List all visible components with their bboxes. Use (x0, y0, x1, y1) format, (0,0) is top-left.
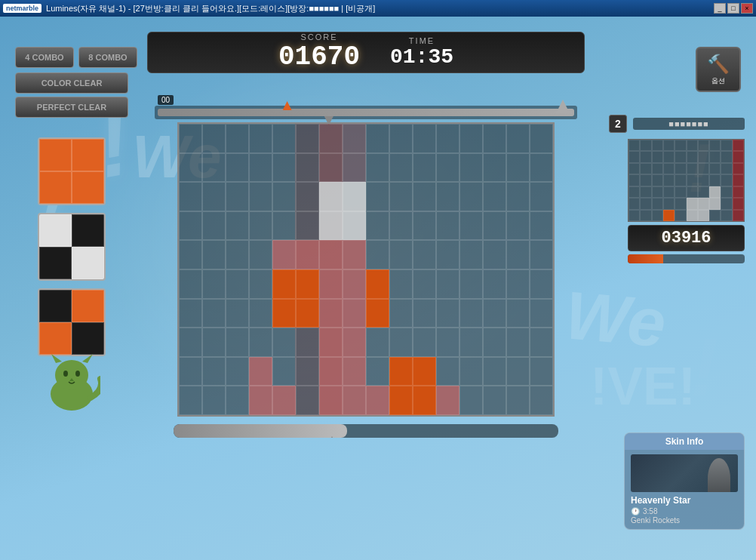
grid-cell (296, 124, 319, 153)
grid-cell (436, 211, 459, 241)
grid-cell (319, 357, 343, 386)
titlebar-logo: netmarble (3, 4, 41, 13)
grid-cell (366, 240, 389, 269)
titlebar-controls[interactable]: _ □ × (714, 3, 753, 14)
grid-cell (413, 153, 436, 183)
grid-cell (413, 182, 436, 211)
mini-grid-cell (687, 210, 698, 221)
cat-mascot (44, 352, 100, 413)
mini-grid-cell (687, 198, 698, 209)
mini-grid-cell (663, 140, 675, 151)
mini-grid-cell (733, 163, 744, 174)
grid-cell (530, 211, 553, 241)
piece-cell (72, 139, 104, 171)
mini-grid-cell (687, 140, 698, 151)
mini-grid-cell (709, 186, 721, 198)
mini-grid-cell (628, 163, 640, 174)
mini-grid-cell (709, 210, 721, 221)
grid-cell (272, 153, 296, 183)
mini-grid-cell (675, 163, 686, 174)
game-grid-container[interactable] (177, 122, 555, 417)
mini-grid-cell (675, 198, 686, 209)
grid-cell (459, 211, 483, 241)
grid-cell (226, 211, 249, 241)
grid-cell (366, 153, 389, 183)
grid-cell (506, 240, 530, 269)
grid-cell (436, 386, 459, 415)
grid-cell (179, 357, 202, 386)
grid-cell (389, 328, 413, 357)
piece-previews (38, 137, 106, 356)
mini-grid-cell (640, 210, 651, 221)
piece-cell (39, 171, 72, 204)
mini-grid-cell (733, 210, 744, 221)
grid-cell (530, 299, 553, 328)
progress-bar-container (174, 424, 558, 438)
grid-cell (413, 240, 436, 269)
grid-cell (202, 386, 226, 415)
mini-grid-cell (675, 140, 686, 151)
mini-grid-cell (698, 198, 709, 209)
skin-duration-value: 3:58 (643, 507, 657, 515)
mini-grid-cell (640, 174, 651, 186)
grid-cell (249, 386, 272, 415)
combo4-button[interactable]: 4 COMBO (15, 47, 74, 68)
grid-cell (530, 240, 553, 269)
grid-cell (296, 269, 319, 299)
grid-cell (319, 240, 343, 269)
minimize-button[interactable]: _ (714, 3, 726, 14)
next-piece-2-preview (38, 288, 106, 356)
grid-cell (530, 182, 553, 211)
grid-cell (483, 153, 506, 183)
mini-grid-cell (698, 186, 709, 198)
options-button[interactable]: 🔨 옵션 (696, 47, 741, 92)
grid-cell (530, 328, 553, 357)
grid-cell (530, 153, 553, 183)
svg-point-5 (75, 371, 80, 377)
grid-cell (413, 386, 436, 415)
piece-cell (39, 322, 72, 355)
clock-icon: 🕐 (631, 507, 640, 515)
close-button[interactable]: × (741, 3, 753, 14)
piece-cell (39, 290, 72, 322)
grid-cell (179, 299, 202, 328)
skin-info-panel: Skin Info Heavenly Star 🕐 3:58 Genki Roc… (624, 432, 745, 530)
mini-grid-cell (721, 186, 732, 198)
progress-bar (174, 424, 347, 438)
perfect-clear-button[interactable]: PERFECT CLEAR (15, 97, 128, 118)
grid-cell (366, 386, 389, 415)
options-label: 옵션 (711, 76, 725, 86)
mini-grid-cell (687, 163, 698, 174)
grid-cell (249, 357, 272, 386)
grid-cell (436, 328, 459, 357)
grid-cell (272, 124, 296, 153)
player2-header: 2 ■■■■■■■ (609, 115, 745, 133)
grid-cell (343, 182, 366, 211)
piece-cell (39, 247, 72, 279)
grid-cell (296, 386, 319, 415)
mini-grid-cell (663, 174, 675, 186)
grid-cell (530, 386, 553, 415)
grid-cell (296, 211, 319, 241)
grid-cell (179, 153, 202, 183)
score-label: SCORE (278, 32, 360, 42)
grid-cell (272, 182, 296, 211)
grid-cell (389, 269, 413, 299)
grid-cell (296, 182, 319, 211)
progress-marker-2 (327, 436, 337, 438)
mini-grid-cell (698, 163, 709, 174)
color-clear-button[interactable]: COLOR CLEAR (15, 72, 128, 94)
mini-grid-cell (733, 151, 744, 162)
mini-grid-cell (687, 174, 698, 186)
mini-grid-cell (698, 174, 709, 186)
maximize-button[interactable]: □ (727, 3, 739, 14)
mini-grid-cell (663, 186, 675, 198)
grid-cell (530, 269, 553, 299)
mini-grid-cell (721, 163, 732, 174)
piece-cell (39, 139, 72, 171)
mini-grid-cell (733, 198, 744, 209)
mini-grid-cell (675, 210, 686, 221)
timeline-marker-1 (283, 101, 292, 110)
combo8-button[interactable]: 8 COMBO (78, 47, 137, 68)
skin-song-name: Heavenly Star (631, 495, 738, 506)
